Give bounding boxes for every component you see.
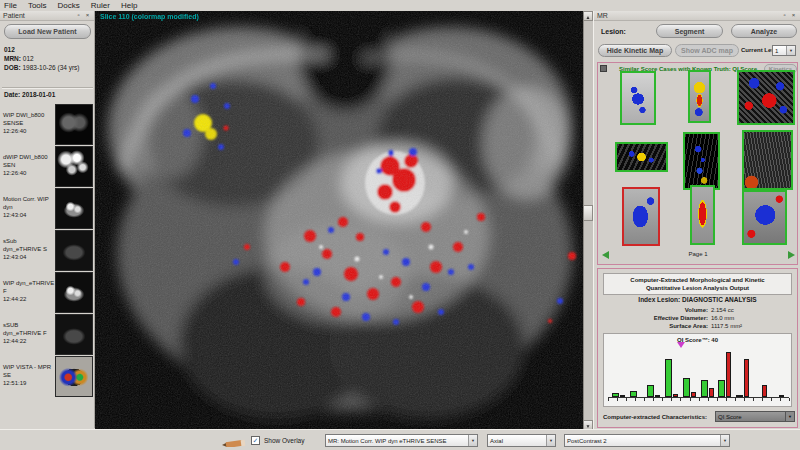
undock-icon[interactable]: ▫ <box>75 12 82 19</box>
series-name: WIP dyn_eTHRIVE F <box>3 279 55 295</box>
qi-score-marker-icon <box>677 342 685 348</box>
show-overlay-label: Show Overlay <box>264 437 304 444</box>
similar-case-thumbnail[interactable] <box>688 70 711 123</box>
histogram-bar-benign <box>665 359 672 398</box>
series-list-item[interactable]: sSUB dyn_eTHRIVE F12:44:22 <box>0 313 95 355</box>
series-list-item[interactable]: WIP dyn_eTHRIVE F12:44:22 <box>0 271 95 313</box>
series-thumbnail[interactable] <box>55 314 93 355</box>
scroll-up-arrow-icon[interactable]: ▲ <box>583 11 593 21</box>
similar-case-thumbnail[interactable] <box>742 190 787 245</box>
similar-case-thumbnail[interactable] <box>620 71 656 125</box>
similar-case-thumbnail[interactable] <box>742 130 793 190</box>
series-name: Motion Corr. WIP dyn <box>3 195 55 211</box>
series-thumbnail[interactable] <box>55 188 93 229</box>
axis-tick-icon <box>662 398 663 401</box>
analysis-header: Computer-Extracted Morphological and Kin… <box>603 273 792 295</box>
pencil-icon[interactable] <box>222 438 246 447</box>
viewport-scrollbar[interactable]: ▲ ▼ <box>583 11 593 430</box>
mr-panel-title: MR <box>597 12 608 19</box>
patient-info: 012 MRN: 012 DOB: 1983-10-26 (34 yrs) <box>0 45 95 72</box>
mri-viewport[interactable]: Slice 110 (colormap modified) <box>95 11 583 430</box>
study-date: Date: 2018-01-01 <box>0 91 95 98</box>
similar-case-thumbnail[interactable] <box>683 132 720 190</box>
characteristics-select[interactable]: QI Score ▼ <box>715 411 795 422</box>
series-thumbnail[interactable] <box>55 146 93 187</box>
mr-panel: MR ▫ × Lesion: Segment Analyze Hide Kine… <box>593 11 800 430</box>
histogram-bar-malignant <box>726 352 731 397</box>
menu-item-help[interactable]: Help <box>121 1 137 10</box>
patient-id: 012 <box>4 46 15 53</box>
load-new-patient-button[interactable]: Load New Patient <box>4 24 91 39</box>
current-lesion-select[interactable]: 1 ▼ <box>772 45 796 56</box>
segment-button[interactable]: Segment <box>656 24 723 38</box>
metric-row: Effective Diameter:16.0 mm <box>598 315 797 323</box>
series-time: 12:51:19 <box>3 379 55 387</box>
series-select[interactable]: MR: Motion Corr. WIP dyn eTHRIVE SENSE ▼ <box>325 434 478 447</box>
axis-tick-icon <box>744 398 745 401</box>
chevron-down-icon[interactable]: ▼ <box>468 435 477 446</box>
chevron-down-icon[interactable]: ▼ <box>720 435 729 446</box>
metric-value: 2.154 cc <box>708 307 734 315</box>
series-thumbnail[interactable] <box>55 272 93 313</box>
lesion-metrics: Volume:2.154 ccEffective Diameter:16.0 m… <box>598 307 797 331</box>
dob-value: 1983-10-26 (34 yrs) <box>22 64 79 71</box>
series-name: sSUB dyn_eTHRIVE F <box>3 321 55 337</box>
menu-item-ruler[interactable]: Ruler <box>91 1 110 10</box>
index-lesion-label: Index Lesion: DIAGNOSTIC ANALYSIS <box>598 296 797 303</box>
series-list-item[interactable]: dWIP DWI_b800 SEN12:26:40 <box>0 145 95 187</box>
histogram-bar-malignant <box>744 359 749 397</box>
close-icon[interactable]: × <box>790 12 797 19</box>
axis-tick-icon <box>762 398 763 401</box>
menu-item-tools[interactable]: Tools <box>28 1 47 10</box>
histogram-bar-malignant <box>709 388 714 397</box>
dob-label: DOB: <box>4 64 21 71</box>
axis-tick-icon <box>726 398 727 401</box>
page-previous-arrow-icon[interactable] <box>602 251 609 259</box>
characteristics-value: QI Score <box>716 414 785 420</box>
menu-item-docks[interactable]: Docks <box>58 1 80 10</box>
close-icon[interactable]: × <box>84 12 91 19</box>
axis-tick-icon <box>653 398 654 401</box>
series-thumbnail[interactable] <box>55 230 93 271</box>
metric-label: Surface Area: <box>598 323 708 331</box>
orientation-select[interactable]: Axial ▼ <box>487 434 556 447</box>
hide-kinetic-map-button[interactable]: Hide Kinetic Map <box>598 44 672 57</box>
chevron-down-icon[interactable]: ▼ <box>786 46 795 55</box>
show-overlay-checkbox[interactable]: ✓ <box>251 436 260 445</box>
histogram-bar-benign <box>701 380 708 397</box>
patient-panel: Patient ▫ × Load New Patient 012 MRN: 01… <box>0 11 95 428</box>
axis-tick-icon <box>626 398 627 401</box>
similar-case-thumbnail[interactable] <box>737 70 795 125</box>
histogram-bar-benign <box>683 378 690 397</box>
similar-cases-panel: Similar Score Cases with Known Truth: QI… <box>597 62 798 265</box>
series-list-item[interactable]: WIP DWI_b800 SENSE12:26:40 <box>0 103 95 145</box>
series-list-item[interactable]: WIP VISTA - MPR SE12:51:19 <box>0 355 95 397</box>
show-adc-map-button: Show ADC map <box>675 44 739 57</box>
series-thumbnail[interactable] <box>55 104 93 145</box>
axis-tick-icon <box>680 398 681 401</box>
similar-case-thumbnail[interactable] <box>622 187 660 246</box>
chevron-down-icon[interactable]: ▼ <box>785 412 794 421</box>
series-list-item[interactable]: Motion Corr. WIP dyn12:43:04 <box>0 187 95 229</box>
page-next-arrow-icon[interactable] <box>788 251 795 259</box>
scrollbar-thumb[interactable] <box>583 205 593 221</box>
axis-tick-icon <box>608 398 609 401</box>
similar-case-thumbnail[interactable] <box>615 142 668 172</box>
series-list-item[interactable]: sSub dyn_eTHRIVE S12:43:04 <box>0 229 95 271</box>
analysis-panel: Computer-Extracted Morphological and Kin… <box>597 268 798 428</box>
current-lesion-value: 1 <box>773 48 786 54</box>
axis-tick-icon <box>771 398 772 401</box>
axis-tick-icon <box>717 398 718 401</box>
series-thumbnail[interactable] <box>55 356 93 397</box>
similar-case-thumbnail[interactable] <box>690 185 715 245</box>
axis-tick-icon <box>671 398 672 401</box>
menu-item-file[interactable]: File <box>4 1 17 10</box>
chevron-down-icon[interactable]: ▼ <box>546 435 555 446</box>
series-time: 12:26:40 <box>3 169 55 177</box>
undock-icon[interactable]: ▫ <box>781 12 788 19</box>
menu-bar: FileToolsDocksRulerHelp <box>0 0 800 11</box>
phase-select[interactable]: PostContrast 2 ▼ <box>564 434 730 447</box>
similar-panel-toggle-icon[interactable] <box>600 65 607 72</box>
lesion-label: Lesion: <box>601 28 626 35</box>
analyze-button[interactable]: Analyze <box>731 24 797 38</box>
